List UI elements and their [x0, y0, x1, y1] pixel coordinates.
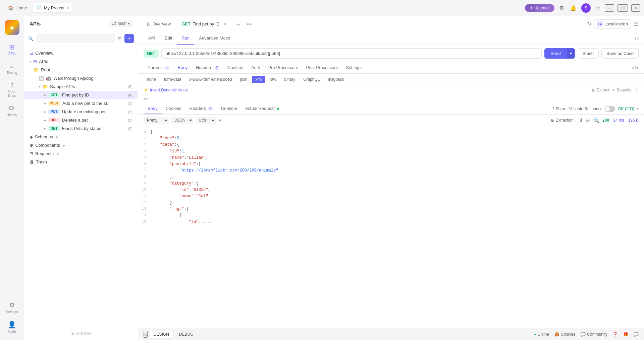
- tree-item-apis[interactable]: ▾ ⊞ APIs: [24, 57, 138, 66]
- sidebar-item-invite[interactable]: 👤 Invite: [1, 318, 23, 336]
- param-tab-cookies[interactable]: Cookies: [223, 62, 247, 73]
- tab-edit[interactable]: Edit: [160, 32, 177, 45]
- gift-item[interactable]: 🎁: [623, 332, 628, 337]
- validate-toggle-switch[interactable]: [604, 106, 615, 112]
- save-case-button[interactable]: Save as Case: [601, 48, 639, 59]
- share-button[interactable]: ⤴ Share: [552, 107, 566, 111]
- response-tab-console[interactable]: Console: [217, 103, 241, 114]
- download-button[interactable]: ⬇: [579, 117, 583, 124]
- stash-button[interactable]: Stash: [578, 48, 599, 59]
- tab-advanced-mock[interactable]: Advanced Mock: [194, 32, 235, 45]
- more-options-icon[interactable]: ⋮: [634, 87, 639, 93]
- community-item[interactable]: 💬 Community: [581, 332, 607, 337]
- layout-toggle-button[interactable]: ⬡: [635, 36, 639, 41]
- sidebar-item-apis[interactable]: ⊞ APIs: [1, 40, 23, 58]
- wrap-lines-button[interactable]: ≡: [218, 118, 221, 123]
- filter-button[interactable]: ⊟: [118, 36, 122, 41]
- body-type-binary[interactable]: binary: [281, 76, 299, 83]
- sidebar-item-testing[interactable]: ≡ Testing: [1, 60, 23, 77]
- avatar[interactable]: S: [581, 3, 591, 13]
- param-tab-params[interactable]: Params 1: [144, 62, 174, 73]
- close-button[interactable]: ✕: [631, 4, 640, 12]
- notification-icon-btn[interactable]: 🔔: [569, 3, 578, 12]
- body-type-json[interactable]: json: [236, 76, 251, 83]
- tree-item-components[interactable]: ⊕ Components ▸: [24, 141, 138, 149]
- tab-api[interactable]: API: [144, 32, 160, 45]
- add-api-button[interactable]: ＋: [124, 34, 134, 43]
- format-select[interactable]: Pretty Raw Preview: [144, 117, 169, 124]
- tree-item-del-pet[interactable]: ▸ DEL Deletes a pet (1): [24, 116, 138, 124]
- tree-item-post-pet[interactable]: ▸ POST Add a new pet to the st... (1): [24, 99, 138, 108]
- extraction-button[interactable]: ⊞ Extraction: [548, 117, 576, 124]
- tree-item-overview[interactable]: ⊟ Overview: [24, 49, 138, 57]
- beautify-button[interactable]: ✦ Beautify: [612, 88, 631, 92]
- close-tab-icon[interactable]: ✕: [66, 6, 69, 10]
- param-code-toggle-button[interactable]: </>: [632, 65, 639, 71]
- charset-select[interactable]: utf8 utf16: [196, 117, 216, 124]
- param-tab-pre-processors[interactable]: Pre Processors: [264, 62, 302, 73]
- param-tab-post-processors[interactable]: Post Processors: [302, 62, 342, 73]
- online-status[interactable]: ● Online: [534, 332, 549, 337]
- sidebar-item-share-docs[interactable]: ⤴ Share Docs: [1, 79, 23, 100]
- body-type-msgpack[interactable]: msgpack: [325, 76, 347, 83]
- body-type-graphql[interactable]: GraphQL: [300, 76, 323, 83]
- design-tab[interactable]: DESIGN: [150, 331, 173, 338]
- cookies-item[interactable]: 🍪 Cookies: [554, 332, 575, 337]
- feedback-item[interactable]: 💬: [634, 332, 639, 337]
- insert-dynamic-button[interactable]: ⚡ Insert Dynamic Value: [144, 88, 188, 92]
- search-input[interactable]: [36, 34, 115, 43]
- extract-button[interactable]: ⊞ Extract: [592, 88, 609, 92]
- tab-run[interactable]: Run: [177, 32, 194, 45]
- body-type-form-data[interactable]: form-data: [161, 76, 184, 83]
- tree-item-schemas[interactable]: ◈ Schemas ▸: [24, 133, 138, 141]
- tree-item-finds-pets[interactable]: ▸ GET Finds Pets by status (2): [24, 124, 138, 133]
- param-tab-auth[interactable]: Auth: [247, 62, 264, 73]
- response-tab-cookies[interactable]: Cookies: [162, 103, 185, 114]
- body-type-urlencoded[interactable]: x-www-form-urlencoded: [186, 76, 235, 83]
- tree-item-root[interactable]: 📁 Root: [24, 66, 138, 74]
- status-chevron-icon[interactable]: ▾: [637, 107, 639, 111]
- mock-selector[interactable]: Lo Local Mock ▾: [594, 19, 631, 29]
- minimize-button[interactable]: —: [605, 4, 614, 12]
- tree-item-walkthrough[interactable]: M 🤖 Walk through Apidog: [24, 74, 138, 82]
- close-api-tab-icon[interactable]: ✕: [224, 22, 226, 26]
- response-tab-actual-request[interactable]: Actual Request: [241, 103, 283, 114]
- maximize-button[interactable]: ⬜: [618, 4, 628, 12]
- param-tab-settings[interactable]: Settings: [342, 62, 366, 73]
- tree-item-find-pet[interactable]: ▸ GET Find pet by ID (4): [24, 91, 138, 99]
- help-item[interactable]: ❓: [613, 332, 618, 337]
- project-tab[interactable]: 📄 My Project ✕: [33, 3, 73, 12]
- bookmark-icon-btn[interactable]: ☆: [594, 3, 601, 12]
- debug-tab[interactable]: DEBUG: [175, 331, 198, 338]
- menu-icon-btn[interactable]: ☰: [634, 21, 639, 27]
- sidebar-item-settings[interactable]: ⚙ Settings: [1, 298, 23, 317]
- param-tab-body[interactable]: Body: [174, 62, 192, 73]
- tree-item-sample-apis[interactable]: ▾ 📁 Sample APIs (5): [24, 82, 138, 91]
- send-button[interactable]: Send: [544, 48, 567, 59]
- branch-selector[interactable]: ⎇ main ▾: [109, 20, 132, 27]
- tree-item-put-pet[interactable]: ▸ PUT Update an existing pet (2): [24, 108, 138, 116]
- url-input[interactable]: [161, 48, 542, 59]
- response-tab-headers[interactable]: Headers 8: [185, 103, 217, 114]
- response-tab-body[interactable]: Body: [144, 103, 162, 114]
- copy-button[interactable]: ⊟: [586, 117, 590, 124]
- search-in-response-button[interactable]: 🔍: [593, 117, 600, 124]
- tree-item-requests[interactable]: ⊡ Requests ▸: [24, 149, 138, 158]
- body-type-xml[interactable]: xml: [252, 76, 265, 83]
- tree-item-trash[interactable]: 🗑 Trash: [24, 158, 138, 166]
- upgrade-button[interactable]: ✦ Upgrade: [525, 4, 554, 12]
- send-dropdown-button[interactable]: ▾: [567, 48, 575, 59]
- param-tab-headers[interactable]: Headers 7: [192, 62, 223, 73]
- body-type-none[interactable]: none: [144, 76, 159, 83]
- add-tab-icon[interactable]: ＋: [74, 5, 82, 11]
- home-tab[interactable]: 🏠 Home: [4, 3, 31, 12]
- collapse-button[interactable]: «: [144, 331, 148, 338]
- topbar-api-tab[interactable]: GET Find pet by ID ✕: [178, 20, 230, 28]
- settings-icon-btn[interactable]: ⚙: [558, 3, 565, 12]
- body-type-raw[interactable]: raw: [266, 76, 279, 83]
- more-tabs-button[interactable]: •••: [247, 21, 252, 27]
- sidebar-item-history[interactable]: ⟳ History: [1, 101, 23, 120]
- topbar-overview-tab[interactable]: ⊟ Overview: [144, 20, 174, 28]
- encoding-select[interactable]: JSON XML Text: [171, 117, 193, 124]
- refresh-icon-btn[interactable]: ↻: [587, 21, 591, 27]
